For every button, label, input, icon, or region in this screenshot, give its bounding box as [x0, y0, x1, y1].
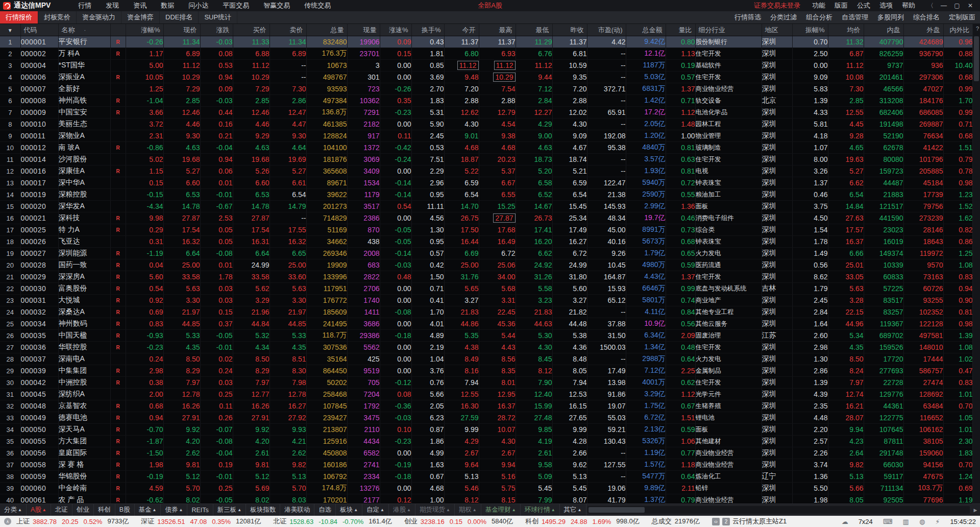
table-row[interactable]: 17000025特 力AR0.2917.540.0517.5417.555116… [0, 224, 973, 236]
status-badge-0[interactable]: ‹› [712, 518, 720, 525]
minimize-icon[interactable]: — [937, 2, 950, 9]
table-row[interactable]: 26000035中国天楹R-0.935.33-0.055.325.33118.7… [0, 330, 973, 342]
menu-right-item-2[interactable]: 公式 [852, 1, 875, 10]
table-row[interactable]: 6000008神州高铁R-1.042.85-0.032.852.86497384… [0, 95, 973, 107]
col-header-name[interactable]: 名称· [58, 24, 110, 36]
col-header-speed[interactable]: 涨速% [380, 24, 411, 36]
menu-right-item-1[interactable]: 版面 [830, 1, 852, 10]
toolbar-tab-1[interactable]: 封板竞价 [38, 11, 77, 23]
col-header-prev[interactable]: 昨收 [552, 24, 587, 36]
col-header-turnover[interactable]: 换手% [411, 24, 444, 36]
col-header-price[interactable]: 现价 [163, 24, 200, 36]
table-row[interactable]: 2000002万 科AR1.176.890.086.886.89176.3万23… [0, 48, 973, 60]
table-row[interactable]: 32000048京基智农R0.6816.260.1116.2616.271078… [0, 400, 973, 412]
table-row[interactable]: 10000012南 玻AR-0.864.63-0.044.634.6410410… [0, 142, 973, 154]
scroll-right-button[interactable]: ▶ [971, 504, 980, 516]
filter-dropdown-icon[interactable]: ▼ [8, 28, 13, 33]
table-row[interactable]: 36000056皇庭国际R-1.502.62-0.042.612.6245080… [0, 447, 973, 459]
table-row[interactable]: 9000011深物业A2.319.300.219.299.30128824917… [0, 130, 973, 142]
toolbar-tab-4[interactable]: DDE排名 [160, 11, 199, 23]
board-icon[interactable]: ▥ [903, 518, 909, 525]
table-row[interactable]: 30000042中洲控股R0.387.970.037.977.985020270… [0, 377, 973, 389]
table-row[interactable]: 39000060中金岭南R4.595.700.255.695.70174.8万1… [0, 483, 973, 494]
menu-item-3[interactable]: 数据 [154, 1, 181, 10]
table-row[interactable]: 24000032深桑达AR0.6921.970.1521.9621.971856… [0, 306, 973, 318]
help-icon[interactable]: ? [976, 26, 979, 32]
toolbar-tab-0[interactable]: 行情报价 [0, 11, 38, 23]
menu-item-7[interactable]: 传统交易 [297, 1, 338, 10]
table-row[interactable]: 16000021深科技R9.9827.872.5327.87--71482923… [0, 212, 973, 224]
toolbar-link-1[interactable]: 分类过滤 [766, 11, 801, 23]
table-row[interactable]: 15000020深华发A-4.3414.78-0.6714.7814.79201… [0, 201, 973, 212]
col-header-avg[interactable]: 均价 [828, 24, 864, 36]
table-row[interactable]: 23000031大悦城R0.923.300.033.293.3017677217… [0, 295, 973, 306]
col-header-inner[interactable]: 内盘 [864, 24, 903, 36]
market-tab-环球行情[interactable]: 环球行情▲ [521, 504, 560, 516]
col-header-industry[interactable]: 细分行业 [695, 24, 762, 36]
col-header-ratio[interactable]: 内外比 [943, 24, 973, 36]
market-tab-其它[interactable]: 其它▲ [560, 504, 586, 516]
table-row[interactable]: 34000050深天马AR-0.709.92-0.079.929.9321380… [0, 424, 973, 436]
table-row[interactable]: 12000016深康佳AR1.155.270.065.265.273656083… [0, 165, 973, 177]
toolbar-link-4[interactable]: 多股同列 [873, 11, 909, 23]
toolbar-link-0[interactable]: 行情筛选 [730, 11, 766, 23]
table-row[interactable]: 19000027深圳能源R-1.196.64-0.086.646.6526934… [0, 248, 973, 259]
toolbar-link-3[interactable]: 自选管理 [837, 11, 873, 23]
table-row[interactable]: 28000037深南电A0.248.500.028.508.5135164425… [0, 353, 973, 365]
horizontal-scrollbar[interactable] [587, 506, 970, 514]
table-row[interactable]: 40000061农 产 品R-0.628.02-0.058.028.031702… [0, 494, 973, 504]
col-header-high[interactable]: 最高 [479, 24, 516, 36]
flash-icon[interactable]: ⚡ [935, 518, 940, 525]
menu-item-2[interactable]: 资讯 [126, 1, 154, 10]
name-toggle-icon[interactable]: · [84, 27, 86, 33]
market-tab-A股[interactable]: A股▲ [27, 504, 51, 516]
table-row[interactable]: 31000045深纺织A2.0012.780.2512.7712.7825846… [0, 389, 973, 400]
col-header-open[interactable]: 今开 [444, 24, 479, 36]
col-header-code[interactable]: 代码 [20, 24, 58, 36]
toolbar-link-6[interactable]: 定制版面 [944, 11, 980, 23]
market-tab-期货现货[interactable]: 期货现货▲ [415, 504, 455, 516]
col-header-buy[interactable]: 买价 [233, 24, 270, 36]
menu-item-1[interactable]: 发现 [99, 1, 126, 10]
table-row[interactable]: 33000049德赛电池R0.9427.910.2627.9127.922394… [0, 412, 973, 424]
table-row[interactable]: 29000039中集集团R2.988.290.248.298.308644509… [0, 365, 973, 377]
col-header-region[interactable]: 地区 [762, 24, 792, 36]
table-row[interactable]: 35000055方大集团R-1.874.20-0.084.204.2112591… [0, 436, 973, 447]
table-row[interactable]: 11000014沙河股份5.0219.680.9419.6819.6918187… [0, 154, 973, 165]
market-tab-北证[interactable]: 北证 [51, 504, 72, 516]
table-row[interactable]: 4000006深振业AR10.0510.290.9410.29--4987673… [0, 71, 973, 83]
table-row[interactable]: 7000009中国宝安R3.6612.460.4412.4612.47136.8… [0, 107, 973, 118]
menu-item-4[interactable]: 问小达 [181, 1, 215, 10]
col-header-vol[interactable]: 总量 [306, 24, 347, 36]
table-row[interactable]: 37000058深 赛 格R1.989.810.199.819.82160186… [0, 459, 973, 471]
market-tab-板块指数[interactable]: 板块指数 [246, 504, 280, 516]
expand-icon[interactable]: ∧ [4, 518, 11, 525]
index-科创[interactable]: 科创1495.2924.881.69%998.0亿 [525, 517, 645, 526]
server-name[interactable]: 云行情太原主站Z1 [732, 517, 787, 526]
table-row[interactable]: 13000017深中华A0.156.600.016.606.6189671153… [0, 177, 973, 189]
market-tab-债券[interactable]: 债券▲ [161, 504, 187, 516]
menu-item-6[interactable]: 智赢交易 [256, 1, 297, 10]
toolbar-link-2[interactable]: 组合分析 [801, 11, 837, 23]
maximize-icon[interactable]: ▢ [950, 2, 964, 9]
market-tab-新三板[interactable]: 新三板▲ [213, 504, 246, 516]
table-row[interactable]: 38000059华锦股份R-0.195.12-0.015.125.1310679… [0, 471, 973, 483]
col-header-pct[interactable]: 涨幅% [126, 24, 163, 36]
vertical-scrollbar-thumb[interactable] [974, 36, 979, 81]
market-tab-基金[interactable]: 基金▲ [135, 504, 161, 516]
col-header-chg[interactable]: 涨跌 [200, 24, 233, 36]
index-创业[interactable]: 创业3238.160.150.00%5840亿 [404, 517, 518, 526]
table-row[interactable]: 25000034神州数码R0.8344.850.3744.8444.852414… [0, 318, 973, 330]
market-tab-自定[interactable]: 自定▲ [362, 504, 389, 516]
col-header-low[interactable]: 最低 [516, 24, 552, 36]
menu-item-5[interactable]: 平面交易 [215, 1, 256, 10]
toolbar-link-5[interactable]: 综合排名 [909, 11, 944, 23]
market-tab-创业[interactable]: 创业 [72, 504, 94, 516]
col-header-rownum[interactable]: ▼ [0, 24, 20, 36]
market-tab-自选[interactable]: 自选 [314, 504, 336, 516]
table-row[interactable]: 3000004*ST国华5.0011.120.5311.12--1067330.… [0, 60, 973, 71]
table-row[interactable]: 14000019深粮控股-0.156.53-0.016.536.54396221… [0, 189, 973, 201]
col-header-amp[interactable]: 振幅% [792, 24, 828, 36]
menu-right-item-3[interactable]: 选项 [875, 1, 897, 10]
index-北证[interactable]: 北证1528.63-10.84-0.70%161.4亿 [273, 517, 397, 526]
